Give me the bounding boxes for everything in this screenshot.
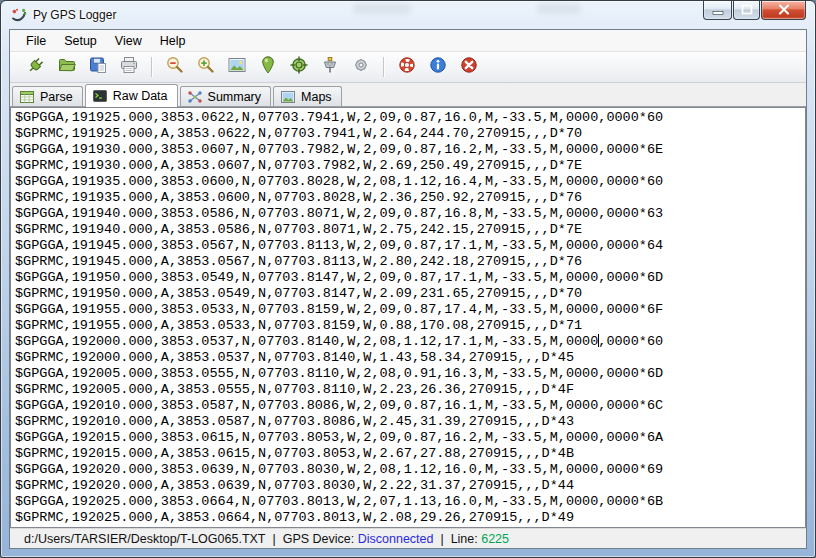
status-bar: d:/Users/TARSIER/Desktop/T-LOG065.TXT | … <box>10 528 806 548</box>
log-line: $GPRMC,192020.000,A,3853.0639,N,07703.80… <box>15 478 805 494</box>
center-target-button[interactable] <box>283 54 314 81</box>
log-line: $GPGGA,192010.000,3853.0587,N,07703.8086… <box>15 398 805 414</box>
log-line: $GPRMC,191945.000,A,3853.0567,N,07703.81… <box>15 254 805 270</box>
menu-help[interactable]: Help <box>151 31 195 51</box>
log-line: $GPGGA,192015.000,3853.0615,N,07703.8053… <box>15 430 805 446</box>
log-line: $GPRMC,191925.000,A,3853.0622,N,07703.79… <box>15 126 805 142</box>
titlebar: Py GPS Logger <box>1 1 815 29</box>
log-line: $GPGGA,192020.000,3853.0639,N,07703.8030… <box>15 462 805 478</box>
tab-label: Maps <box>301 90 332 104</box>
gps-device-button[interactable] <box>314 54 345 81</box>
status-separator <box>444 532 451 546</box>
log-line: $GPRMC,191930.000,A,3853.0607,N,07703.79… <box>15 158 805 174</box>
log-line: $GPGGA,192000.000,3853.0537,N,07703.8140… <box>15 334 805 350</box>
log-line: $GPGGA,191925.000,3853.0622,N,07703.7941… <box>15 110 805 126</box>
settings-icon <box>351 55 371 79</box>
raw-data-textarea[interactable]: $GPGGA,191925.000,3853.0622,N,07703.7941… <box>10 107 806 528</box>
log-line: $GPGGA,191950.000,3853.0549,N,07703.8147… <box>15 270 805 286</box>
center-target-icon <box>289 55 309 79</box>
connect-button[interactable] <box>20 54 51 81</box>
zoom-in-button[interactable] <box>190 54 221 81</box>
log-line: $GPRMC,192025.000,A,3853.0664,N,07703.80… <box>15 510 805 526</box>
line-label: Line: <box>451 532 478 546</box>
print-button[interactable] <box>113 54 144 81</box>
tab-summary[interactable]: Summary <box>180 86 271 106</box>
log-line: $GPRMC,192010.000,A,3853.0587,N,07703.80… <box>15 414 805 430</box>
close-icon <box>771 2 797 21</box>
minimize-button[interactable] <box>703 1 732 20</box>
titlebar-glass-artifact <box>353 3 411 14</box>
gps-device-label: GPS Device: <box>283 532 355 546</box>
connect-icon <box>26 55 46 79</box>
status-separator <box>266 532 273 546</box>
log-line: $GPGGA,191955.000,3853.0533,N,07703.8159… <box>15 302 805 318</box>
raw-terminal-icon <box>92 88 108 104</box>
summary-graph-icon <box>187 89 203 105</box>
status-separator <box>276 532 283 546</box>
menubar: FileSetupViewHelp <box>10 30 806 52</box>
window-controls <box>703 1 806 20</box>
log-line: $GPGGA,191940.000,3853.0586,N,07703.8071… <box>15 206 805 222</box>
save-button[interactable] <box>82 54 113 81</box>
log-line: $GPRMC,192005.000,A,3853.0555,N,07703.81… <box>15 382 805 398</box>
help-button[interactable] <box>391 54 422 81</box>
log-line: $GPRMC,192000.000,A,3853.0537,N,07703.81… <box>15 350 805 366</box>
tabbar: ParseRaw DataSummaryMaps <box>10 83 806 106</box>
log-line: $GPRMC,191935.000,A,3853.0600,N,07703.80… <box>15 190 805 206</box>
log-line: $GPGGA,191945.000,3853.0567,N,07703.8113… <box>15 238 805 254</box>
tab-maps[interactable]: Maps <box>273 86 342 106</box>
help-icon <box>397 55 417 79</box>
tab-raw-data[interactable]: Raw Data <box>85 84 178 107</box>
log-line: $GPRMC,191955.000,A,3853.0533,N,07703.81… <box>15 318 805 334</box>
maximize-button[interactable] <box>733 1 760 20</box>
gps-status-value: Disconnected <box>358 532 434 546</box>
view-image-button[interactable] <box>221 54 252 81</box>
status-file-path: d:/Users/TARSIER/Desktop/T-LOG065.TXT <box>24 532 266 546</box>
line-number-value: 6225 <box>481 532 509 546</box>
titlebar-glass-artifact <box>537 3 581 14</box>
exit-button[interactable] <box>453 54 484 81</box>
tab-parse[interactable]: Parse <box>12 86 83 106</box>
app-window: Py GPS Logger FileSetupViewHelp ParseRaw… <box>0 0 816 558</box>
log-line: $GPGGA,192005.000,3853.0555,N,07703.8110… <box>15 366 805 382</box>
parse-table-icon <box>19 89 35 105</box>
print-icon <box>119 55 139 79</box>
log-line: $GPRMC,192015.000,A,3853.0615,N,07703.80… <box>15 446 805 462</box>
map-marker-icon <box>258 55 278 79</box>
status-separator <box>433 532 440 546</box>
exit-icon <box>459 55 479 79</box>
zoom-out-button[interactable] <box>159 54 190 81</box>
gps-device-icon <box>320 55 340 79</box>
open-file-icon <box>57 55 77 79</box>
menu-setup[interactable]: Setup <box>55 31 106 51</box>
toolbar-separator <box>151 57 152 77</box>
app-icon <box>11 7 27 23</box>
zoom-in-icon <box>196 55 216 79</box>
tab-label: Raw Data <box>113 89 168 103</box>
log-line: $GPRMC,191940.000,A,3853.0586,N,07703.80… <box>15 222 805 238</box>
menu-view[interactable]: View <box>106 31 151 51</box>
maps-image-icon <box>280 89 296 105</box>
maximize-icon <box>734 2 760 21</box>
log-line: $GPGGA,192025.000,3853.0664,N,07703.8013… <box>15 494 805 510</box>
log-line: $GPRMC,191950.000,A,3853.0549,N,07703.81… <box>15 286 805 302</box>
tab-label: Parse <box>40 90 73 104</box>
toolbar-separator <box>383 57 384 77</box>
close-button[interactable] <box>761 1 806 20</box>
map-marker-button[interactable] <box>252 54 283 81</box>
open-file-button[interactable] <box>51 54 82 81</box>
window-title: Py GPS Logger <box>33 8 116 22</box>
settings-button[interactable] <box>345 54 376 81</box>
log-line: $GPGGA,191930.000,3853.0607,N,07703.7982… <box>15 142 805 158</box>
menu-file[interactable]: File <box>17 31 55 51</box>
client-area: FileSetupViewHelp ParseRaw DataSummaryMa… <box>9 29 807 549</box>
about-info-button[interactable] <box>422 54 453 81</box>
tab-pane: $GPGGA,191925.000,3853.0622,N,07703.7941… <box>10 106 806 528</box>
zoom-out-icon <box>165 55 185 79</box>
minimize-icon <box>705 2 731 21</box>
log-line: $GPGGA,191935.000,3853.0600,N,07703.8028… <box>15 174 805 190</box>
tab-label: Summary <box>208 90 261 104</box>
toolbar <box>10 52 806 83</box>
view-image-icon <box>227 55 247 79</box>
about-info-icon <box>428 55 448 79</box>
